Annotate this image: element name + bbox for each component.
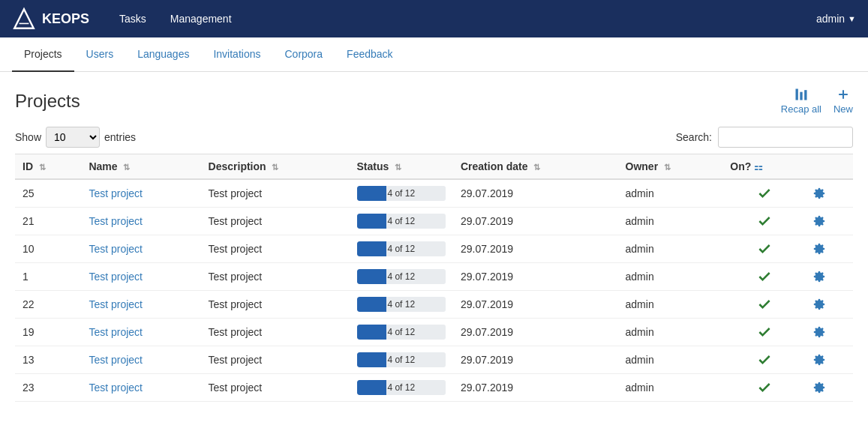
check-icon-5 <box>730 325 798 340</box>
cell-gear-7[interactable] <box>806 374 853 402</box>
cell-gear-2[interactable] <box>806 235 853 263</box>
brand-logo-icon <box>12 7 36 31</box>
gear-button-4[interactable] <box>813 298 825 310</box>
col-status[interactable]: Status ⇅ <box>350 154 453 180</box>
page-title: Projects <box>15 91 80 112</box>
tab-projects[interactable]: Projects <box>12 37 74 72</box>
cell-id-2: 10 <box>15 235 81 263</box>
cell-owner-4: admin <box>618 291 723 319</box>
cell-gear-5[interactable] <box>806 319 853 346</box>
cell-on-3 <box>722 263 806 291</box>
cell-name-5[interactable]: Test project <box>81 319 200 346</box>
col-creation-date[interactable]: Creation date ⇅ <box>453 154 618 180</box>
navbar: KEOPS Tasks Management admin ▼ <box>0 0 868 37</box>
cell-name-7[interactable]: Test project <box>81 374 200 402</box>
cell-id-7: 23 <box>15 374 81 402</box>
cell-gear-1[interactable] <box>806 208 853 235</box>
cell-description-5: Test project <box>201 319 350 346</box>
tab-corpora[interactable]: Corpora <box>272 37 335 72</box>
cell-name-6[interactable]: Test project <box>81 346 200 374</box>
cell-owner-7: admin <box>618 374 723 402</box>
tab-users[interactable]: Users <box>74 37 126 72</box>
table-row: 23 Test project Test project 4 of 12 29.… <box>15 374 853 402</box>
gear-button-7[interactable] <box>813 382 825 394</box>
progress-label-3: 4 of 12 <box>357 269 446 284</box>
cell-id-4: 22 <box>15 291 81 319</box>
col-on[interactable]: On? ⚏ <box>722 154 806 180</box>
cell-owner-1: admin <box>618 208 723 235</box>
tab-languages[interactable]: Languages <box>125 37 201 72</box>
cell-description-3: Test project <box>201 263 350 291</box>
table-controls: Show 10 25 50 100 entries Search: <box>15 127 853 148</box>
gear-button-3[interactable] <box>813 271 825 283</box>
cell-name-2[interactable]: Test project <box>81 235 200 263</box>
cell-gear-0[interactable] <box>806 179 853 208</box>
gear-icon-3 <box>813 271 825 283</box>
table-row: 22 Test project Test project 4 of 12 29.… <box>15 291 853 319</box>
col-owner[interactable]: Owner ⇅ <box>618 154 723 180</box>
cell-gear-3[interactable] <box>806 263 853 291</box>
svg-rect-2 <box>795 89 797 100</box>
new-project-button[interactable]: New <box>833 87 853 115</box>
gear-button-2[interactable] <box>813 243 825 255</box>
main-nav: Tasks Management <box>107 0 816 37</box>
search-input[interactable] <box>718 127 853 148</box>
table-row: 21 Test project Test project 4 of 12 29.… <box>15 208 853 235</box>
progress-bar-wrap-7: 4 of 12 <box>357 380 446 395</box>
table-body: 25 Test project Test project 4 of 12 29.… <box>15 179 853 402</box>
gear-button-6[interactable] <box>813 354 825 366</box>
cell-status-1: 4 of 12 <box>350 208 453 235</box>
check-icon-1 <box>730 214 798 229</box>
recap-icon <box>794 87 809 102</box>
svg-rect-4 <box>804 90 806 100</box>
search-label: Search: <box>676 131 712 143</box>
brand-link[interactable]: KEOPS <box>12 7 89 31</box>
cell-date-1: 29.07.2019 <box>453 208 618 235</box>
projects-table: ID ⇅ Name ⇅ Description ⇅ Status ⇅ Creat… <box>15 154 853 402</box>
tab-invitations[interactable]: Invitations <box>201 37 272 72</box>
gear-button-0[interactable] <box>813 187 825 199</box>
tab-bar: Projects Users Languages Invitations Cor… <box>0 37 868 72</box>
recap-all-button[interactable]: Recap all <box>781 87 821 115</box>
nav-tasks[interactable]: Tasks <box>107 0 158 37</box>
cell-description-4: Test project <box>201 291 350 319</box>
cell-name-1[interactable]: Test project <box>81 208 200 235</box>
cell-name-0[interactable]: Test project <box>81 179 200 208</box>
gear-icon-5 <box>813 326 825 338</box>
cell-gear-4[interactable] <box>806 291 853 319</box>
col-actions <box>806 154 853 180</box>
new-label: New <box>833 103 853 115</box>
nav-management[interactable]: Management <box>158 0 244 37</box>
check-icon-4 <box>730 297 798 312</box>
user-menu-caret-icon: ▼ <box>848 14 856 23</box>
cell-status-4: 4 of 12 <box>350 291 453 319</box>
show-entries: Show 10 25 50 100 entries <box>15 127 136 148</box>
check-icon-0 <box>730 186 798 201</box>
cell-owner-2: admin <box>618 235 723 263</box>
check-icon-2 <box>730 241 798 256</box>
entries-select[interactable]: 10 25 50 100 <box>46 127 100 148</box>
progress-bar-wrap-4: 4 of 12 <box>357 297 446 312</box>
col-id[interactable]: ID ⇅ <box>15 154 81 180</box>
user-menu-label[interactable]: admin <box>816 13 845 25</box>
cell-name-3[interactable]: Test project <box>81 263 200 291</box>
cell-date-5: 29.07.2019 <box>453 319 618 346</box>
table-header: ID ⇅ Name ⇅ Description ⇅ Status ⇅ Creat… <box>15 154 853 180</box>
gear-button-1[interactable] <box>813 215 825 227</box>
cell-name-4[interactable]: Test project <box>81 291 200 319</box>
tab-feedback[interactable]: Feedback <box>335 37 404 72</box>
check-icon-7 <box>730 380 798 395</box>
progress-label-7: 4 of 12 <box>357 380 446 395</box>
filter-icon-on: ⚏ <box>754 161 763 172</box>
cell-gear-6[interactable] <box>806 346 853 374</box>
cell-owner-0: admin <box>618 179 723 208</box>
sort-icon-creation-date: ⇅ <box>533 163 540 172</box>
table-row: 25 Test project Test project 4 of 12 29.… <box>15 179 853 208</box>
sort-icon-description: ⇅ <box>272 163 278 172</box>
cell-owner-6: admin <box>618 346 723 374</box>
user-menu[interactable]: admin ▼ <box>816 13 856 25</box>
cell-id-1: 21 <box>15 208 81 235</box>
gear-button-5[interactable] <box>813 326 825 338</box>
col-description[interactable]: Description ⇅ <box>201 154 350 180</box>
col-name[interactable]: Name ⇅ <box>81 154 200 180</box>
